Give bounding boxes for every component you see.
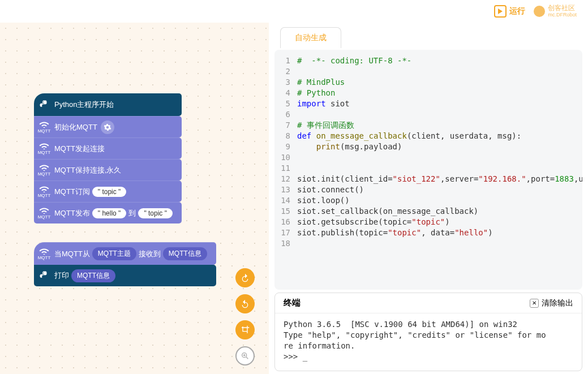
line-number: 14	[274, 195, 297, 206]
block-mqtt-publish[interactable]: MQTT MQTT发布 " hello " 到 " topic "	[34, 202, 182, 223]
line-number: 18	[274, 238, 297, 249]
block-python-start[interactable]: Python主程序开始	[34, 93, 182, 116]
terminal-header: 终端 ✕ 清除输出	[275, 293, 582, 313]
line-number: 6	[274, 109, 297, 120]
python-icon	[34, 93, 54, 116]
block-mqtt-keep[interactable]: MQTT MQTT保持连接,永久	[34, 159, 182, 180]
code-text[interactable]: import siot	[297, 98, 582, 109]
code-text[interactable]	[297, 152, 582, 163]
code-text[interactable]: siot.connect()	[297, 184, 582, 195]
code-text[interactable]: siot.init(client_id="siot_122",server="1…	[297, 174, 582, 184]
logo-text: 创客社区	[548, 5, 577, 12]
terminal-output[interactable]: Python 3.6.5 [MSC v.1900 64 bit AMD64)] …	[275, 313, 582, 371]
line-number: 11	[274, 163, 297, 174]
play-icon	[494, 5, 507, 18]
run-label: 运行	[509, 6, 525, 16]
crop-button[interactable]	[235, 320, 255, 339]
line-number: 10	[274, 152, 297, 163]
line-number: 5	[274, 98, 297, 109]
mqtt-topic-pill[interactable]: MQTT主题	[92, 247, 136, 260]
code-line[interactable]: 10	[274, 152, 582, 163]
block-label: MQTT发布	[54, 208, 90, 218]
line-number: 9	[274, 141, 297, 152]
terminal-panel: 终端 ✕ 清除输出 Python 3.6.5 [MSC v.1900 64 bi…	[274, 293, 582, 371]
code-line[interactable]: 5import siot	[274, 98, 582, 109]
clear-label: 清除输出	[542, 298, 573, 308]
topic-input[interactable]: " topic "	[138, 208, 173, 218]
code-text[interactable]: # Python	[297, 88, 582, 98]
code-text[interactable]: siot.loop()	[297, 195, 582, 206]
code-text[interactable]: siot.set_callback(on_message_callback)	[297, 206, 582, 217]
code-line[interactable]: 13siot.connect()	[274, 184, 582, 195]
block-mqtt-subscribe[interactable]: MQTT MQTT订阅 " topic "	[34, 180, 182, 202]
block-print[interactable]: 打印 MQTT信息	[34, 265, 216, 286]
wifi-icon: MQTT	[34, 181, 54, 202]
code-text[interactable]: siot.publish(topic="topic", data="hello"…	[297, 227, 582, 238]
svg-line-1	[246, 357, 248, 359]
code-line[interactable]: 9 print(msg.payload)	[274, 141, 582, 152]
block-label: 打印	[54, 270, 69, 281]
clear-icon: ✕	[530, 299, 539, 308]
code-line[interactable]: 3# MindPlus	[274, 77, 582, 88]
code-line[interactable]: 1# -*- coding: UTF-8 -*-	[274, 55, 582, 66]
code-text[interactable]: siot.getsubscribe(topic="topic")	[297, 217, 582, 227]
code-text[interactable]	[297, 238, 582, 249]
mqtt-msg-pill[interactable]: MQTT信息	[163, 247, 207, 260]
code-text[interactable]: # 事件回调函数	[297, 120, 582, 131]
logo-icon	[534, 6, 545, 17]
code-editor[interactable]: 1# -*- coding: UTF-8 -*-23# MindPlus4# P…	[274, 50, 582, 290]
tab-bar: 自动生成	[272, 25, 585, 48]
code-line[interactable]: 8def on_message_callback(client, userdat…	[274, 131, 582, 141]
wifi-icon: MQTT	[34, 117, 54, 137]
code-line[interactable]: 14siot.loop()	[274, 195, 582, 206]
block-label: MQTT发起连接	[54, 144, 105, 154]
code-line[interactable]: 17siot.publish(topic="topic", data="hell…	[274, 227, 582, 238]
code-line[interactable]: 11	[274, 163, 582, 174]
block-label: 到	[128, 208, 136, 218]
gear-icon[interactable]	[101, 121, 114, 134]
message-input[interactable]: " hello "	[92, 208, 127, 218]
code-text[interactable]	[297, 163, 582, 174]
wifi-icon: MQTT	[34, 138, 54, 159]
logo: 创客社区 mc.DFRobot	[534, 5, 577, 18]
blocks-stack-main[interactable]: Python主程序开始 MQTT 初始化MQTT MQTT MQTT发起连接 M…	[34, 93, 182, 223]
zoom-in-button[interactable]	[235, 346, 255, 366]
code-line[interactable]: 18	[274, 238, 582, 249]
code-text[interactable]: # -*- coding: UTF-8 -*-	[297, 55, 582, 66]
block-init-mqtt[interactable]: MQTT 初始化MQTT	[34, 116, 182, 137]
code-line[interactable]: 15siot.set_callback(on_message_callback)	[274, 206, 582, 217]
code-text[interactable]: # MindPlus	[297, 77, 582, 88]
clear-output-button[interactable]: ✕ 清除输出	[530, 298, 573, 308]
tab-auto-generate[interactable]: 自动生成	[280, 27, 341, 48]
line-number: 12	[274, 174, 297, 184]
code-line[interactable]: 12siot.init(client_id="siot_122",server=…	[274, 174, 582, 184]
code-text[interactable]: print(msg.payload)	[297, 141, 582, 152]
code-line[interactable]: 6	[274, 109, 582, 120]
undo-button[interactable]	[235, 268, 255, 287]
print-arg-pill[interactable]: MQTT信息	[71, 269, 115, 282]
code-text[interactable]	[297, 109, 582, 120]
block-mqtt-connect[interactable]: MQTT MQTT发起连接	[34, 137, 182, 159]
redo-button[interactable]	[235, 294, 255, 313]
line-number: 1	[274, 55, 297, 66]
run-button[interactable]: 运行	[494, 5, 525, 18]
blocks-workspace[interactable]: Python主程序开始 MQTT 初始化MQTT MQTT MQTT发起连接 M…	[0, 23, 269, 374]
block-label: MQTT保持连接,永久	[54, 165, 121, 175]
line-number: 4	[274, 88, 297, 98]
wifi-icon: MQTT	[34, 160, 54, 180]
topic-input[interactable]: " topic "	[92, 187, 127, 197]
line-number: 13	[274, 184, 297, 195]
code-text[interactable]	[297, 66, 582, 77]
code-line[interactable]: 16siot.getsubscribe(topic="topic")	[274, 217, 582, 227]
wifi-icon: MQTT	[34, 243, 54, 265]
block-when-mqtt[interactable]: MQTT 当MQTT从 MQTT主题 接收到 MQTT信息	[34, 242, 216, 265]
line-number: 2	[274, 66, 297, 77]
code-line[interactable]: 2	[274, 66, 582, 77]
block-label: Python主程序开始	[54, 100, 114, 110]
code-text[interactable]: def on_message_callback(client, userdata…	[297, 131, 582, 141]
blocks-stack-callback[interactable]: MQTT 当MQTT从 MQTT主题 接收到 MQTT信息 打印 MQTT信息	[34, 242, 216, 286]
code-line[interactable]: 7# 事件回调函数	[274, 120, 582, 131]
wifi-icon: MQTT	[34, 203, 54, 223]
block-label: 初始化MQTT	[54, 122, 97, 132]
code-line[interactable]: 4# Python	[274, 88, 582, 98]
